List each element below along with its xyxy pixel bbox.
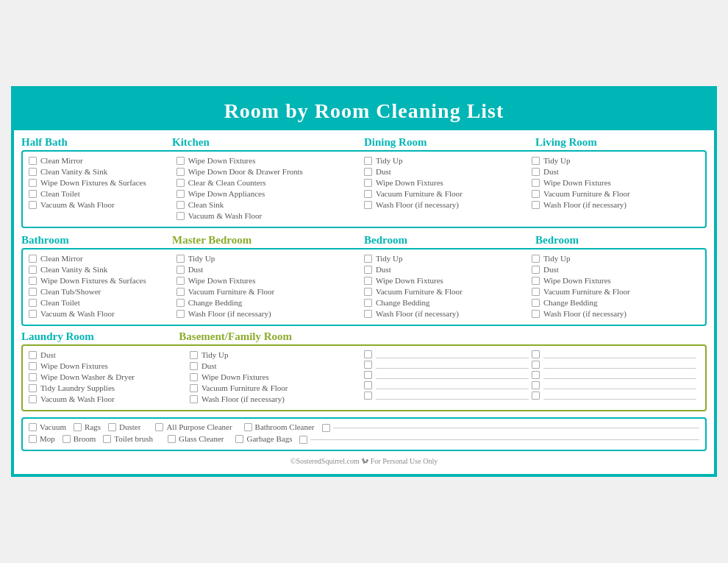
checkbox[interactable] [176, 190, 185, 198]
checkbox[interactable] [532, 299, 540, 307]
checkbox[interactable] [532, 361, 540, 369]
checkbox[interactable] [364, 299, 372, 307]
checkbox[interactable] [74, 423, 82, 431]
checkbox[interactable] [29, 255, 37, 263]
row2-content-box: Clean Mirror Clean Vanity & Sink Wipe Do… [21, 248, 707, 326]
checkbox[interactable] [532, 168, 540, 176]
checkbox[interactable] [29, 351, 37, 359]
checkbox[interactable] [29, 395, 37, 403]
list-item: Dust [532, 265, 696, 274]
checkbox[interactable] [190, 351, 198, 359]
checkbox[interactable] [190, 373, 198, 381]
checkbox[interactable] [29, 190, 37, 198]
checkbox[interactable] [29, 157, 37, 165]
checkbox[interactable] [532, 179, 540, 187]
checkbox[interactable] [299, 436, 307, 444]
checkbox[interactable] [364, 255, 372, 263]
checkbox[interactable] [63, 435, 71, 443]
checkbox[interactable] [29, 168, 37, 176]
main-content: Half Bath Kitchen Dining Room Living Roo… [14, 130, 714, 474]
checkbox[interactable] [29, 277, 37, 285]
blank-line [364, 361, 529, 369]
checkbox[interactable] [155, 423, 163, 431]
bedroom2-header: Bedroom [535, 234, 707, 247]
checkbox[interactable] [364, 277, 372, 285]
checkbox[interactable] [190, 362, 198, 370]
checkbox[interactable] [176, 266, 185, 274]
checkbox[interactable] [29, 423, 37, 431]
checkbox[interactable] [364, 190, 372, 198]
checkbox[interactable] [364, 157, 372, 165]
checkbox[interactable] [364, 168, 372, 176]
list-item: Clean Toilet [29, 298, 174, 307]
checkbox[interactable] [176, 201, 185, 209]
checkbox[interactable] [364, 179, 372, 187]
checkbox[interactable] [29, 288, 37, 296]
checkbox[interactable] [190, 384, 198, 392]
checkbox[interactable] [176, 179, 185, 187]
checkbox[interactable] [532, 288, 540, 296]
row2-headers: Bathroom Master Bedroom Bedroom Bedroom [21, 234, 707, 247]
checkbox[interactable] [190, 395, 198, 403]
blank-line [364, 381, 529, 389]
checkbox[interactable] [364, 201, 372, 209]
bedroom1-header: Bedroom [364, 234, 535, 247]
checkbox[interactable] [322, 424, 330, 432]
checkbox[interactable] [532, 266, 540, 274]
checkbox[interactable] [176, 299, 185, 307]
list-item: Clean Toilet [29, 189, 174, 198]
row2-columns: Clean Mirror Clean Vanity & Sink Wipe Do… [29, 254, 699, 320]
supply-vacuum: Vacuum [29, 422, 66, 431]
blank-line [364, 392, 529, 400]
list-item: Vacuum & Wash Floor [176, 211, 361, 220]
checkbox[interactable] [29, 201, 37, 209]
checkbox[interactable] [364, 266, 372, 274]
checkbox[interactable] [532, 277, 540, 285]
checkbox[interactable] [364, 381, 372, 389]
checkbox[interactable] [532, 392, 540, 400]
checkbox[interactable] [532, 255, 540, 263]
checkbox[interactable] [364, 310, 372, 318]
checkbox[interactable] [532, 350, 540, 358]
checkbox[interactable] [532, 190, 540, 198]
checkbox[interactable] [364, 392, 372, 400]
checkbox[interactable] [29, 179, 37, 187]
checkbox[interactable] [532, 201, 540, 209]
checkbox[interactable] [176, 310, 185, 318]
checkbox[interactable] [168, 435, 176, 443]
checkbox[interactable] [176, 255, 185, 263]
checkbox[interactable] [29, 310, 37, 318]
checkbox[interactable] [532, 371, 540, 379]
checkbox[interactable] [29, 373, 37, 381]
blank-line [532, 381, 696, 389]
checkbox[interactable] [29, 299, 37, 307]
list-item: Wipe Down Fixtures [532, 178, 696, 187]
checkbox[interactable] [364, 350, 372, 358]
checkbox[interactable] [176, 277, 185, 285]
checkbox[interactable] [29, 362, 37, 370]
dining-room-col: Tidy Up Dust Wipe Down Fixtures Vacuum F… [364, 156, 532, 222]
row3-content-box: Dust Wipe Down Fixtures Wipe Down Washer… [21, 344, 707, 411]
checkbox[interactable] [108, 423, 116, 431]
checkbox[interactable] [176, 168, 185, 176]
bedroom2-col: Tidy Up Dust Wipe Down Fixtures Vacuum F… [532, 254, 699, 320]
list-item: Change Bedding [364, 298, 529, 307]
supply-mop: Mop [29, 434, 55, 443]
checkbox[interactable] [103, 435, 111, 443]
checkbox[interactable] [176, 212, 185, 220]
checkbox[interactable] [532, 381, 540, 389]
checkbox[interactable] [29, 435, 37, 443]
checkbox[interactable] [29, 266, 37, 274]
checkbox[interactable] [29, 384, 37, 392]
checkbox[interactable] [532, 310, 540, 318]
blank-line [532, 371, 696, 379]
checkbox[interactable] [364, 288, 372, 296]
list-item: Wash Floor (if necessary) [176, 309, 361, 318]
list-item: Vacuum & Wash Floor [29, 309, 174, 318]
checkbox[interactable] [532, 157, 540, 165]
checkbox[interactable] [176, 157, 185, 165]
checkbox[interactable] [364, 361, 372, 369]
checkbox[interactable] [176, 288, 185, 296]
checkbox[interactable] [364, 371, 372, 379]
list-item: Clean Tub/Shower [29, 287, 174, 296]
